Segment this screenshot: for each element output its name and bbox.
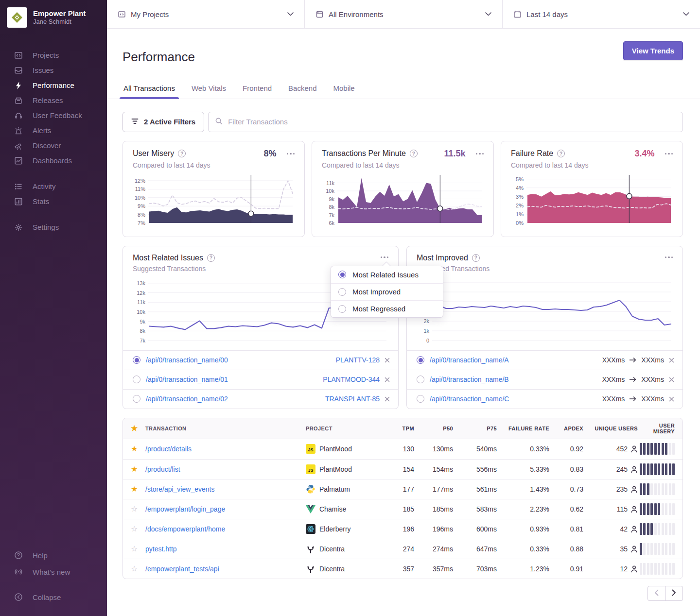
close-icon[interactable]	[384, 376, 390, 383]
star-filled-icon[interactable]: ★	[131, 465, 138, 473]
col-failure-rate[interactable]: FAILURE RATE	[497, 426, 549, 431]
col-unique-users[interactable]: UNIQUE USERS	[583, 426, 638, 431]
sidebar-item-stats[interactable]: Stats	[14, 194, 107, 209]
user-misery-chart[interactable]: 12%11%10%9%8%7%	[133, 173, 295, 231]
search-input[interactable]	[227, 117, 676, 126]
sidebar-item-alerts[interactable]: Alerts	[14, 123, 107, 138]
sidebar-item-dashboards[interactable]: Dashboards	[14, 153, 107, 168]
col-tpm[interactable]: TPM	[381, 426, 414, 431]
project-cell[interactable]: Dicentra	[306, 564, 381, 574]
radio-icon[interactable]	[133, 376, 140, 383]
transaction-link[interactable]: /empowerplant_tests/api	[145, 565, 306, 573]
transaction-link[interactable]: /api/0/transaction_name/00	[146, 356, 228, 364]
date-range-selector[interactable]: Last 14 days	[503, 0, 700, 28]
tpm-chart[interactable]: 11k10k9k8k7k6k	[322, 173, 484, 231]
star-filled-icon[interactable]: ★	[131, 445, 138, 453]
radio-icon[interactable]	[133, 356, 140, 364]
active-filters-button[interactable]: 2 Active Filters	[122, 112, 204, 132]
transaction-link[interactable]: /api/0/transaction_name/C	[430, 395, 509, 403]
tab-backend[interactable]: Backend	[287, 84, 317, 99]
ellipsis-menu-icon[interactable]	[665, 153, 673, 155]
close-icon[interactable]	[668, 396, 675, 402]
col-p50[interactable]: P50	[414, 426, 453, 431]
close-icon[interactable]	[668, 357, 675, 363]
col-apdex[interactable]: APDEX	[549, 426, 583, 431]
view-trends-button[interactable]: View Trends	[623, 41, 683, 60]
issue-link[interactable]: PLANTTV-128	[336, 356, 380, 364]
col-transaction[interactable]: TRANSACTION	[145, 426, 306, 431]
transaction-link[interactable]: /api/0/transaction_name/B	[430, 376, 509, 383]
ellipsis-menu-icon[interactable]	[381, 257, 389, 258]
transaction-link[interactable]: /api/0/transaction_name/01	[146, 376, 228, 383]
help-icon[interactable]: ?	[472, 254, 480, 262]
project-cell[interactable]: Chamise	[306, 505, 381, 513]
sidebar-item-help[interactable]: Help	[14, 547, 107, 564]
help-icon[interactable]: ?	[410, 150, 418, 157]
sidebar-item-activity[interactable]: Activity	[14, 179, 107, 194]
environment-selector[interactable]: All Environments	[305, 0, 503, 28]
help-icon[interactable]: ?	[557, 150, 565, 157]
transaction-link[interactable]: pytest.http	[145, 545, 306, 553]
star-outline-icon[interactable]: ☆	[131, 545, 138, 553]
transaction-link[interactable]: /api/0/transaction_name/02	[146, 395, 228, 403]
radio-icon[interactable]	[417, 376, 424, 383]
unique-users-value: 235	[583, 485, 638, 493]
project-cell[interactable]: Elderberry	[306, 524, 381, 534]
sidebar-item-what-s-new[interactable]: What’s new	[14, 564, 107, 580]
tpm-card: Transactions Per Minute ? 11.5k Compared…	[312, 141, 494, 237]
help-icon[interactable]: ?	[207, 254, 215, 262]
sidebar-item-releases[interactable]: Releases	[14, 93, 107, 108]
dropdown-option-most-regressed[interactable]: Most Regressed	[331, 300, 443, 317]
help-icon[interactable]: ?	[178, 150, 186, 157]
sidebar-item-performance[interactable]: Performance	[14, 78, 107, 93]
radio-icon[interactable]	[417, 356, 424, 364]
project-cell[interactable]: Palmatum	[306, 484, 381, 494]
sidebar-item-collapse[interactable]: Collapse	[14, 589, 107, 605]
tab-mobile[interactable]: Mobile	[332, 84, 355, 99]
sidebar-item-projects[interactable]: Projects	[14, 48, 107, 63]
tab-frontend[interactable]: Frontend	[242, 84, 273, 99]
transaction-link[interactable]: /store/api_view_events	[145, 485, 306, 493]
next-page-button[interactable]	[665, 586, 683, 601]
transaction-link[interactable]: /empowerplant/login_page	[145, 505, 306, 513]
sidebar-item-discover[interactable]: Discover	[14, 138, 107, 153]
issue-link[interactable]: TRANSPLANT-85	[325, 395, 380, 403]
org-switcher[interactable]: Empower Plant Jane Schmidt	[0, 0, 107, 35]
project-selector[interactable]: My Projects	[107, 0, 305, 28]
star-filled-icon[interactable]: ★	[131, 485, 138, 493]
sidebar-item-issues[interactable]: Issues	[14, 63, 107, 78]
project-cell[interactable]: JSPlantMood	[306, 444, 381, 454]
unique-users-value: 35	[583, 545, 638, 553]
star-outline-icon[interactable]: ☆	[131, 505, 138, 513]
issue-link[interactable]: PLANTMOOD-344	[323, 376, 380, 383]
radio-icon[interactable]	[133, 395, 140, 403]
transaction-link[interactable]: /product/details	[145, 445, 306, 453]
close-icon[interactable]	[668, 376, 675, 383]
failure-rate-chart[interactable]: 5%4%3%2%1%0%	[511, 173, 673, 231]
close-icon[interactable]	[384, 396, 390, 402]
transaction-link[interactable]: /docs/empowerplant/home	[145, 525, 306, 533]
ellipsis-menu-icon[interactable]	[665, 257, 673, 258]
sidebar-item-settings[interactable]: Settings	[14, 220, 107, 235]
star-outline-icon[interactable]: ☆	[131, 525, 138, 533]
col-p75[interactable]: P75	[453, 426, 497, 431]
sidebar-item-user-feedback[interactable]: User Feedback	[14, 108, 107, 123]
transaction-link[interactable]: /api/0/transaction_name/A	[430, 356, 509, 364]
most-improved-chart[interactable]: 6k5k4k3k2k1k0	[417, 275, 673, 348]
previous-page-button[interactable]	[648, 586, 665, 601]
dropdown-option-most-related-issues[interactable]: Most Related Issues	[331, 266, 443, 283]
dropdown-option-most-improved[interactable]: Most Improved	[331, 283, 443, 300]
ellipsis-menu-icon[interactable]	[476, 153, 484, 155]
transaction-link[interactable]: /product/list	[145, 465, 306, 473]
col-project[interactable]: PROJECT	[306, 426, 381, 431]
ellipsis-menu-icon[interactable]	[287, 153, 295, 155]
project-cell[interactable]: JSPlantMood	[306, 464, 381, 474]
project-cell[interactable]: Dicentra	[306, 544, 381, 554]
tab-all-transactions[interactable]: All Transactions	[122, 84, 176, 99]
star-outline-icon[interactable]: ☆	[131, 565, 138, 573]
radio-icon[interactable]	[417, 395, 424, 403]
svg-text:6k: 6k	[329, 220, 334, 226]
col-user-misery[interactable]: USER MISERY	[638, 423, 675, 434]
tab-web-vitals[interactable]: Web Vitals	[191, 84, 227, 99]
close-icon[interactable]	[384, 357, 390, 363]
